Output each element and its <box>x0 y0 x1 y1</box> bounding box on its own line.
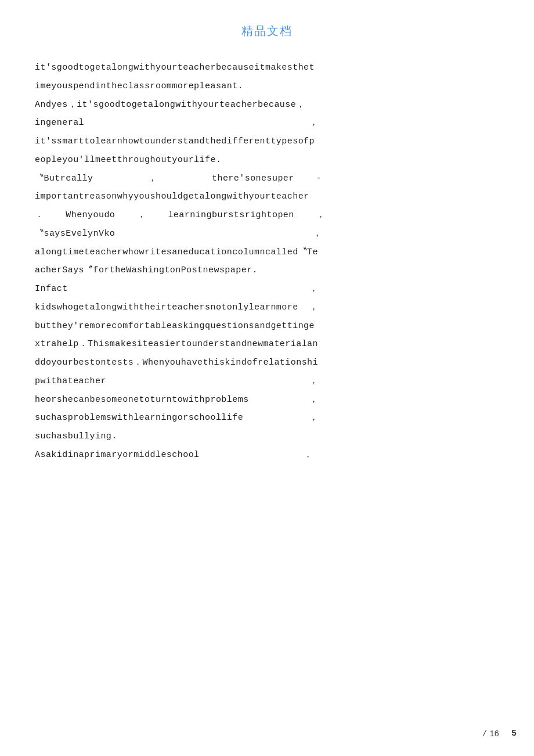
text-block: xtrahelp．Thismakesiteasiertounderstandne… <box>35 336 499 352</box>
text-block: pwithateacher ， <box>35 373 499 390</box>
text-block: suchasproblemswithlearningorschoollife ， <box>35 410 499 426</box>
text-block: 〝Butreally ， there'sonesuper - <box>35 171 499 187</box>
text-block: ． Whenyoudo ， learningburstsrightopen ， <box>35 207 499 224</box>
text-block: acherSays〞fortheWashingtonPostnewspaper. <box>35 262 499 279</box>
text-block: importantreasonwhyyoushouldgetalongwithy… <box>35 189 499 205</box>
text-block: imeyouspendintheclassroommorepleasant. <box>35 78 499 95</box>
text-block: it'sgoodtogetalongwithyourteacherbecause… <box>35 60 499 76</box>
text-block: Andyes，it'sgoodtogetalongwithyourteacher… <box>35 97 499 113</box>
text-block: alongtimeteacherwhowritesaneducationcolu… <box>35 244 499 261</box>
page-footer: / 16 <box>482 729 499 739</box>
page-title: 精品文档 <box>35 23 499 39</box>
content-area: it'sgoodtogetalongwithyourteacherbecause… <box>35 60 499 463</box>
total-pages: 16 <box>489 729 499 739</box>
text-block: suchasbullying. <box>35 429 499 445</box>
text-block: ingeneral ， <box>35 115 499 131</box>
text-block: Infact ， <box>35 281 499 297</box>
text-block: ddoyourbestontests．Whenyouhavethiskindof… <box>35 355 499 371</box>
text-block: heorshecanbesomeonetoturntowithproblems … <box>35 392 499 408</box>
text-block: Asakidinaprimaryormiddleschool ， <box>35 447 499 463</box>
text-block: butthey'remorecomfortableaskingquestions… <box>35 318 499 334</box>
text-block: 〝saysEvelynVko ， <box>35 226 499 242</box>
page-slash: / <box>482 729 487 739</box>
text-block: it'ssmarttolearnhowtounderstandthediffer… <box>35 134 499 150</box>
page-number: 5 <box>511 729 517 739</box>
text-block: eopleyou'llmeetthroughoutyourlife. <box>35 152 499 168</box>
text-block: kidswhogetalongwiththeirteachersnotonlyl… <box>35 300 499 316</box>
